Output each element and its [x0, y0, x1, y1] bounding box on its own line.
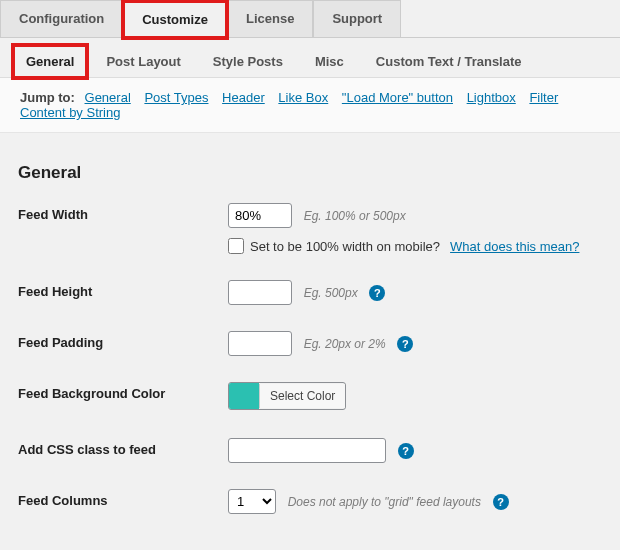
hint-feed-height: Eg. 500px: [304, 286, 358, 300]
subtab-general[interactable]: General: [14, 46, 86, 77]
hint-feed-columns: Does not apply to "grid" feed layouts: [288, 495, 481, 509]
row-feed-height: Feed Height Eg. 500px ?: [18, 280, 602, 305]
link-what-does-this-mean[interactable]: What does this mean?: [450, 239, 579, 254]
label-feed-width: Feed Width: [18, 203, 228, 222]
sub-tabs: General Post Layout Style Posts Misc Cus…: [0, 40, 620, 78]
label-feed-columns: Feed Columns: [18, 489, 228, 508]
jump-post-types[interactable]: Post Types: [144, 90, 208, 105]
row-feed-bg: Feed Background Color Select Color: [18, 382, 602, 412]
input-feed-width[interactable]: [228, 203, 292, 228]
tab-support[interactable]: Support: [313, 0, 401, 37]
help-icon[interactable]: ?: [369, 285, 385, 301]
hint-feed-padding: Eg. 20px or 2%: [304, 337, 386, 351]
label-feed-padding: Feed Padding: [18, 331, 228, 350]
subtab-style-posts[interactable]: Style Posts: [201, 46, 295, 77]
subtab-custom-text[interactable]: Custom Text / Translate: [364, 46, 534, 77]
row-css-class: Add CSS class to feed ?: [18, 438, 602, 463]
select-feed-columns[interactable]: 1: [228, 489, 276, 514]
row-feed-width: Feed Width Eg. 100% or 500px Set to be 1…: [18, 203, 602, 254]
content-panel: General Feed Width Eg. 100% or 500px Set…: [0, 133, 620, 530]
label-mobile-100: Set to be 100% width on mobile?: [250, 239, 440, 254]
hint-feed-width: Eg. 100% or 500px: [304, 209, 406, 223]
jump-to-label: Jump to:: [20, 90, 75, 105]
jump-general[interactable]: General: [85, 90, 131, 105]
input-feed-height[interactable]: [228, 280, 292, 305]
row-feed-columns: Feed Columns 1 Does not apply to "grid" …: [18, 489, 602, 514]
subtab-post-layout[interactable]: Post Layout: [94, 46, 192, 77]
jump-header[interactable]: Header: [222, 90, 265, 105]
label-feed-bg: Feed Background Color: [18, 382, 228, 401]
color-picker[interactable]: Select Color: [228, 382, 346, 410]
jump-load-more[interactable]: "Load More" button: [342, 90, 453, 105]
tab-configuration[interactable]: Configuration: [0, 0, 123, 37]
main-tabs: Configuration Customize License Support: [0, 0, 620, 38]
row-feed-padding: Feed Padding Eg. 20px or 2% ?: [18, 331, 602, 356]
label-css-class: Add CSS class to feed: [18, 438, 228, 457]
subtab-misc[interactable]: Misc: [303, 46, 356, 77]
input-feed-padding[interactable]: [228, 331, 292, 356]
help-icon[interactable]: ?: [397, 336, 413, 352]
help-icon[interactable]: ?: [493, 494, 509, 510]
color-swatch-preview: [229, 383, 259, 409]
help-icon[interactable]: ?: [398, 443, 414, 459]
jump-lightbox[interactable]: Lightbox: [467, 90, 516, 105]
jump-like-box[interactable]: Like Box: [278, 90, 328, 105]
select-color-button[interactable]: Select Color: [259, 384, 345, 408]
label-feed-height: Feed Height: [18, 280, 228, 299]
jump-to-bar: Jump to: General Post Types Header Like …: [0, 78, 620, 133]
input-css-class[interactable]: [228, 438, 386, 463]
checkbox-mobile-100[interactable]: [228, 238, 244, 254]
tab-license[interactable]: License: [227, 0, 313, 37]
tab-customize[interactable]: Customize: [123, 1, 227, 38]
section-title-general: General: [18, 163, 602, 183]
